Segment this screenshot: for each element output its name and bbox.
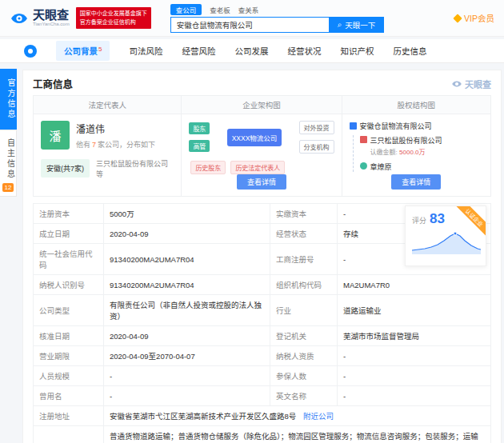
tab-count-badge: 5 <box>98 46 102 53</box>
org-chart-panel: 企业架构图 股东 高管 XXXX物流公司 对外投资 分支机构 历史股东 历史法定… <box>182 96 342 196</box>
tab-operation-status[interactable]: 经营状况 <box>287 45 321 57</box>
tab-history-info[interactable]: 历史信息 <box>393 45 426 57</box>
legal-representative-panel: 法定代表人 潘 潘道伟 他有7家公司，分布如下 安徽(共7家) 三只松鼠股份有限… <box>34 96 182 196</box>
row-label: 核准日期 <box>34 326 104 346</box>
row-value: 2020-04-09至2070-04-07 <box>104 346 270 366</box>
row-value: MA2UMA7R0 <box>338 275 491 295</box>
org-center-company-node[interactable]: XXXX物流公司 <box>227 129 282 146</box>
left-side-tabs: 官方信息 自主信息 12 <box>0 69 17 197</box>
row-label: 经营状态 <box>270 224 338 244</box>
tab-judicial-risk[interactable]: 司法风险 <box>129 45 162 57</box>
person-node-icon <box>360 162 367 170</box>
business-info-card: 工商信息 天眼查 法定代表人 潘 潘道伟 他有7家公司，分布如下 <box>22 70 502 443</box>
tab-company-development[interactable]: 公司发展 <box>234 45 268 57</box>
region-distribution-label[interactable]: 安徽(共7家) <box>41 159 90 178</box>
search-tab-boss[interactable]: 查老板 <box>210 5 230 14</box>
row-label: 营业期限 <box>34 346 104 366</box>
equity-person-node[interactable]: 章燎原 <box>360 162 483 172</box>
legal-rep-description: 他有7家公司，分布如下 <box>76 139 155 150</box>
row-label: 公司类型 <box>34 295 104 326</box>
row-label: 英文名称 <box>270 386 338 406</box>
row-value: 91340200MA2UMA7R04 <box>104 275 270 295</box>
nearby-companies-link[interactable]: 附近公司 <box>303 412 334 421</box>
org-tag-history-legal-rep[interactable]: 历史法定代表人 <box>230 161 285 174</box>
address-cell: 安徽省芜湖市弋江区芜湖高新技术产业开发区久盛路8号 附近公司 <box>104 406 491 426</box>
row-value: 91340200MA2UMA7R04 <box>104 244 270 275</box>
row-label: 工商注册号 <box>270 244 338 275</box>
equity-root-company[interactable]: 安徽仓鼠物流有限公司 <box>350 121 483 131</box>
org-tag-investments[interactable]: 对外投资 <box>299 121 334 134</box>
row-label: 注册资本 <box>34 204 104 224</box>
business-info-table-wrap: 认证企业 评分 83 注册资本 5000万 实缴资本 - <box>33 203 491 443</box>
table-row: 营业期限 2020-04-09至2070-04-07 纳税人资质 - <box>34 346 491 366</box>
company-node-icon <box>350 122 357 130</box>
row-label: 人员规模 <box>34 366 104 386</box>
legal-rep-name[interactable]: 潘道伟 <box>76 122 155 135</box>
row-label: 参保人数 <box>270 366 338 386</box>
tab-intellectual-property[interactable]: 知识产权 <box>340 45 374 57</box>
row-label: 登记机关 <box>270 326 338 346</box>
row-value: - <box>338 386 491 406</box>
equity-structure-panel: 股权结构图 安徽仓鼠物流有限公司 三只松鼠股份有限公司 认缴金额 <box>342 96 490 196</box>
equity-detail-button[interactable]: 查看详情 <box>391 174 441 190</box>
company-nav-bar: 公司背景5 司法风险 经营风险 公司发展 经营状况 知识产权 历史信息 <box>0 39 504 63</box>
table-row-business-scope: 经营范围 普通货物道路运输；普通货物仓储服务（除危化品）；物流园区管理服务；物流… <box>34 426 491 443</box>
org-chart-panel-title: 企业架构图 <box>182 96 341 114</box>
row-value: 5000万 <box>104 204 270 224</box>
equity-shareholder-node[interactable]: 三只松鼠股份有限公司 认缴金额: 5000.0万 <box>360 135 483 156</box>
company-score-widget[interactable]: 认证企业 评分 83 <box>405 206 486 266</box>
row-value: 2020-04-09 <box>104 326 270 346</box>
row-label: 组织机构代码 <box>270 275 338 295</box>
row-label: 曾用名 <box>34 386 104 406</box>
table-row: 公司类型 有限责任公司（非自然人投资或控股的法人独资） 行业 道路运输业 <box>34 295 491 326</box>
top-header: 天眼查 TianYanCha.com 国家中小企业发展基金旗下 官方备案企业征信… <box>0 0 504 37</box>
table-row-address: 注册地址 安徽省芜湖市弋江区芜湖高新技术产业开发区久盛路8号 附近公司 <box>34 406 491 426</box>
company-mini-logo-icon <box>24 45 37 58</box>
table-row: 纳税人识别号 91340200MA2UMA7R04 组织机构代码 MA2UMA7… <box>34 275 491 295</box>
org-tag-branches[interactable]: 分支机构 <box>299 140 334 154</box>
logo-subtext: TianYanCha.com <box>33 22 70 26</box>
search-tab-company[interactable]: 查公司 <box>170 4 202 15</box>
equity-panel-title: 股权结构图 <box>342 96 490 114</box>
tab-operation-risk[interactable]: 经营风险 <box>182 45 215 57</box>
search-icon: ⌕ <box>338 20 342 30</box>
score-label: 评分 <box>412 215 426 225</box>
logo-text: 天眼查 <box>33 9 70 22</box>
org-chart-detail-button[interactable]: 查看详情 <box>237 174 286 190</box>
sparkline-area <box>412 233 481 254</box>
row-label: 成立日期 <box>34 224 104 244</box>
sparkline-dot <box>454 232 457 235</box>
address-value: 安徽省芜湖市弋江区芜湖高新技术产业开发区久盛路8号 <box>110 412 296 421</box>
org-tag-history-shareholders[interactable]: 历史股东 <box>190 161 226 174</box>
row-label: 实缴资本 <box>270 204 338 224</box>
legal-rep-panel-title: 法定代表人 <box>34 96 181 114</box>
vip-diamond-icon <box>453 14 462 22</box>
related-company-link[interactable]: 三只松鼠股份有限公司等 <box>96 159 174 179</box>
org-tag-executives[interactable]: 高管 <box>189 140 210 152</box>
row-value: - <box>104 366 270 386</box>
search-tab-relation[interactable]: 查关系 <box>238 5 259 14</box>
row-value: 有限责任公司（非自然人投资或控股的法人独资） <box>104 295 270 326</box>
row-label: 统一社会信用代码 <box>34 244 104 275</box>
table-row: 人员规模 - 参保人数 - <box>34 366 491 386</box>
row-label: 行业 <box>270 295 338 326</box>
scope-value: 普通货物道路运输；普通货物仓储服务（除危化品）；物流园区管理服务；物流信息咨询服… <box>104 426 491 443</box>
score-sparkline-chart <box>412 229 481 255</box>
vip-member-link[interactable]: VIP会员 <box>454 12 494 24</box>
org-tag-shareholders[interactable]: 股东 <box>189 122 210 134</box>
search-area: 查公司 查老板 查关系 ⌕ 天眼一下 <box>170 4 385 33</box>
search-input[interactable] <box>170 17 329 33</box>
table-row: 核准日期 2020-04-09 登记机关 芜湖市市场监督管理局 <box>34 326 491 346</box>
sidebar-tab-self-info[interactable]: 自主信息 12 <box>0 130 17 197</box>
eye-logo-icon <box>10 9 29 28</box>
section-title: 工商信息 <box>33 76 73 91</box>
company-count-highlight: 7 <box>92 141 96 149</box>
sidebar-tab-official-info[interactable]: 官方信息 <box>0 69 17 130</box>
tianyancha-logo[interactable]: 天眼查 TianYanCha.com <box>10 9 70 28</box>
tab-company-background[interactable]: 公司背景5 <box>56 41 110 61</box>
row-label: 纳税人识别号 <box>34 275 104 295</box>
search-button[interactable]: ⌕ 天眼一下 <box>329 17 385 33</box>
row-value: 道路运输业 <box>338 295 491 326</box>
row-value: 芜湖市市场监督管理局 <box>338 326 491 346</box>
legal-rep-avatar[interactable]: 潘 <box>41 121 70 150</box>
